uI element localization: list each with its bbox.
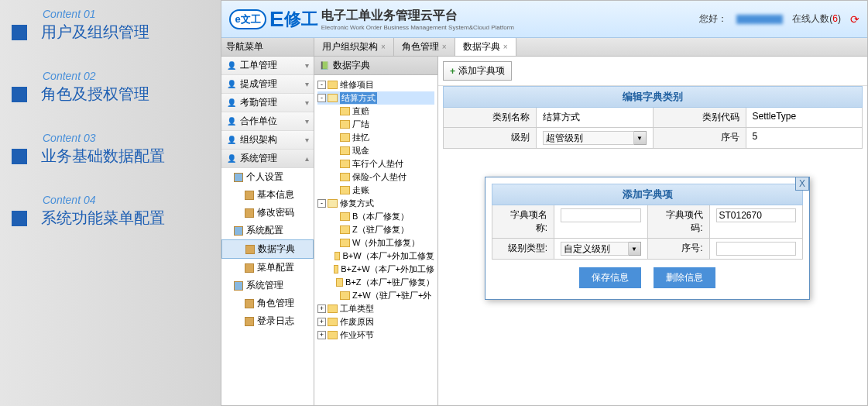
folder-icon xyxy=(340,212,350,221)
chevron-down-icon: ▾ xyxy=(305,80,309,88)
tree-toggle-icon[interactable]: - xyxy=(317,199,326,208)
tree-toggle-icon[interactable]: - xyxy=(317,94,326,102)
tree-node[interactable]: B+Z（本厂+驻厂修复） xyxy=(317,276,434,289)
save-button[interactable]: 保存信息 xyxy=(579,267,641,288)
tree-node[interactable]: 直赔 xyxy=(317,105,434,118)
dict-code-input[interactable] xyxy=(716,208,797,222)
tree-node[interactable]: B（本厂修复） xyxy=(317,210,434,223)
close-icon[interactable]: × xyxy=(381,43,386,51)
tree-header: 📗数据字典 xyxy=(314,57,437,75)
nav-item-system[interactable]: 👤系统管理▴ xyxy=(221,150,314,168)
nav-sub-password[interactable]: 修改密码 xyxy=(221,204,314,222)
page-icon xyxy=(245,208,254,218)
tree-toggle-icon[interactable]: + xyxy=(317,304,326,313)
tree-label: 结算方式 xyxy=(340,92,377,104)
dialog-close-button[interactable]: X xyxy=(795,177,809,191)
folder-icon xyxy=(340,107,350,115)
form-title: 编辑字典类别 xyxy=(443,86,863,108)
label-seq: 序号 xyxy=(654,128,746,148)
tree-node[interactable]: 现金 xyxy=(317,144,434,157)
online-label: 在线人数(6) xyxy=(792,12,841,26)
presentation-sidebar: Content 01 用户及组织管理 Content 02 角色及授权管理 Co… xyxy=(0,0,221,406)
label-category-name: 类别名称 xyxy=(444,108,537,127)
tree-node[interactable]: -维修项目 xyxy=(317,78,434,91)
nav-group-sysconfig[interactable]: 系统配置 xyxy=(221,222,314,239)
tree-node[interactable]: +作业环节 xyxy=(317,329,434,342)
folder-icon xyxy=(340,239,350,247)
tree-node[interactable]: 厂结 xyxy=(317,118,434,131)
person-icon: 👤 xyxy=(226,153,237,164)
nav-sidebar: 导航菜单 👤工单管理▾ 👤提成管理▾ 👤考勤管理▾ 👤合作单位▾ 👤组织架构▾ … xyxy=(221,38,314,405)
logo-text: 修工 xyxy=(284,8,318,31)
person-icon: 👤 xyxy=(226,98,237,108)
username-blurred xyxy=(736,15,783,24)
tree-node[interactable]: +工单类型 xyxy=(317,302,434,315)
page-icon xyxy=(245,299,254,308)
tree-node[interactable]: Z（驻厂修复） xyxy=(317,223,434,236)
nav-item-attendance[interactable]: 👤考勤管理▾ xyxy=(221,94,314,112)
tree-node[interactable]: -结算方式 xyxy=(317,91,434,105)
tree-node[interactable]: +作废原因 xyxy=(317,315,434,329)
folder-icon xyxy=(340,225,350,234)
content-title: 角色及授权管理 xyxy=(41,84,149,105)
nav-group-sysmgmt[interactable]: 系统管理 xyxy=(221,277,314,294)
tree-label: 厂结 xyxy=(352,119,369,130)
add-dict-dialog: X 添加字典项 字典项名称: 字典项代码: 级别类型: ▼ xyxy=(485,177,810,300)
value-level: ▼ xyxy=(537,128,654,148)
tree-node[interactable]: 车行个人垫付 xyxy=(317,157,434,170)
folder-icon xyxy=(334,265,338,274)
tree-toggle-icon[interactable]: - xyxy=(317,81,326,89)
delete-button[interactable]: 删除信息 xyxy=(654,267,715,288)
refresh-icon[interactable]: ⟳ xyxy=(850,13,859,26)
tree-node[interactable]: 保险-个人垫付 xyxy=(317,170,434,184)
level-dropdown[interactable] xyxy=(543,131,634,145)
tree-node[interactable]: W（外加工修复） xyxy=(317,236,434,249)
page-icon xyxy=(245,191,254,200)
tree-node[interactable]: B+Z+W（本厂+外加工修 xyxy=(317,263,434,276)
nav-item-commission[interactable]: 👤提成管理▾ xyxy=(221,75,314,94)
tree-node[interactable]: Z+W（驻厂+驻厂+外 xyxy=(317,289,434,302)
tree-node[interactable]: -修复方式 xyxy=(317,197,434,210)
nav-sub-rolemgmt[interactable]: 角色管理 xyxy=(221,294,314,312)
tab-dictionary[interactable]: 数据字典× xyxy=(455,38,516,56)
nav-sub-loginlog[interactable]: 登录日志 xyxy=(221,312,314,330)
close-icon[interactable]: × xyxy=(503,43,508,51)
tab-userorg[interactable]: 用户组织架构× xyxy=(314,38,394,56)
nav-item-workorder[interactable]: 👤工单管理▾ xyxy=(221,57,314,75)
nav-sub-menuconfig[interactable]: 菜单配置 xyxy=(221,259,314,277)
tree-label: 挂忆 xyxy=(352,132,369,143)
dropdown-icon[interactable]: ▼ xyxy=(629,242,641,256)
logo-badge: e文工 xyxy=(229,9,266,29)
tree-toggle-icon[interactable]: + xyxy=(317,318,326,326)
app-title-cn: 电子工单业务管理云平台 xyxy=(321,8,514,24)
dict-name-input[interactable] xyxy=(561,208,641,222)
tab-rolemgmt[interactable]: 角色管理× xyxy=(394,38,455,56)
tree-node[interactable]: 走账 xyxy=(317,184,434,197)
dropdown-icon[interactable]: ▼ xyxy=(634,131,647,145)
person-icon: 👤 xyxy=(226,60,237,71)
add-dict-button[interactable]: +添加字典项 xyxy=(443,61,512,81)
folder-icon xyxy=(328,331,338,339)
chevron-down-icon: ▾ xyxy=(305,61,309,70)
folder-icon xyxy=(328,81,338,89)
tree-node[interactable]: 挂忆 xyxy=(317,131,434,144)
label-dict-name: 字典项名称: xyxy=(492,205,554,238)
nav-sub-dictionary[interactable]: 数据字典 xyxy=(221,239,314,259)
tree-node[interactable]: B+W（本厂+外加工修复 xyxy=(317,249,434,263)
folder-icon xyxy=(340,133,350,142)
nav-sub-basicinfo[interactable]: 基本信息 xyxy=(221,186,314,204)
tree-label: W（外加工修复） xyxy=(352,237,420,249)
nav-group-personal[interactable]: 个人设置 xyxy=(221,168,314,186)
level-type-dropdown[interactable] xyxy=(561,242,629,256)
tree-label: B（本厂修复） xyxy=(352,211,409,222)
person-icon: 👤 xyxy=(226,116,237,127)
nav-item-partner[interactable]: 👤合作单位▾ xyxy=(221,112,314,131)
tree-label: 工单类型 xyxy=(340,303,374,315)
tab-bar: 用户组织架构× 角色管理× 数据字典× xyxy=(314,38,867,57)
nav-item-org[interactable]: 👤组织架构▾ xyxy=(221,131,314,150)
logo-e: E xyxy=(269,7,284,32)
tree-toggle-icon[interactable]: + xyxy=(317,331,326,339)
seq-input[interactable] xyxy=(716,242,797,256)
close-icon[interactable]: × xyxy=(442,43,447,51)
folder-icon xyxy=(340,186,350,194)
